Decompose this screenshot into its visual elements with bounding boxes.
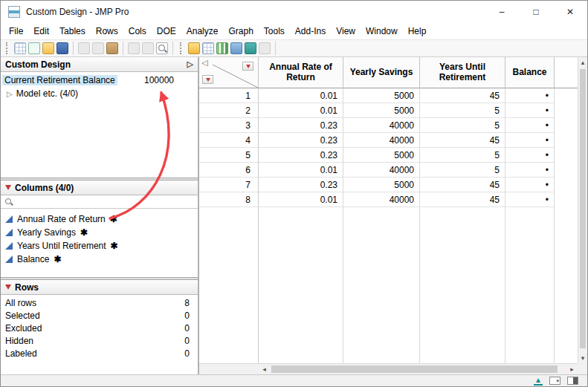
table-cell[interactable]: • bbox=[505, 103, 555, 118]
toolbar-grip[interactable] bbox=[180, 42, 184, 54]
horizontal-scrollbar[interactable]: ◂ ▸ bbox=[199, 363, 578, 374]
design-panel-header[interactable]: Custom Design ▷ bbox=[1, 57, 198, 72]
sort-ascending-icon[interactable] bbox=[216, 42, 228, 54]
columns-menu-icon[interactable] bbox=[242, 62, 253, 71]
menu-doe[interactable]: DOE bbox=[152, 25, 181, 38]
table-cell[interactable]: • bbox=[505, 118, 555, 133]
toolbar-grip[interactable] bbox=[6, 42, 10, 54]
columns-panel-header[interactable]: Columns (4/0) bbox=[1, 181, 198, 195]
table-cell[interactable]: 40000 bbox=[343, 133, 420, 148]
table-cell[interactable]: 45 bbox=[420, 133, 505, 148]
menu-addins[interactable]: Add-Ins bbox=[290, 25, 331, 38]
scroll-up-icon[interactable]: ▴ bbox=[578, 57, 587, 68]
menu-cols[interactable]: Cols bbox=[123, 25, 152, 38]
table-cell[interactable]: 5 bbox=[420, 103, 505, 118]
table-row[interactable]: 8 0.01 40000 45 • bbox=[199, 192, 578, 207]
new-journal-icon[interactable] bbox=[28, 42, 40, 54]
column-list-item[interactable]: Balance ✱ bbox=[1, 253, 198, 266]
menu-graph[interactable]: Graph bbox=[223, 25, 258, 38]
row-number-cell[interactable]: 4 bbox=[199, 133, 259, 148]
table-row[interactable]: 6 0.01 40000 5 • bbox=[199, 163, 578, 178]
variable-value[interactable]: 100000 bbox=[144, 75, 196, 85]
scroll-to-top-icon[interactable]: ▲ bbox=[534, 377, 543, 386]
new-columns-icon[interactable] bbox=[202, 42, 214, 54]
menu-view[interactable]: View bbox=[331, 25, 361, 38]
menu-analyze[interactable]: Analyze bbox=[181, 25, 224, 38]
table-cell[interactable]: 0.01 bbox=[259, 192, 343, 207]
minimize-button[interactable]: – bbox=[485, 1, 519, 23]
vertical-scroll-thumb[interactable] bbox=[580, 69, 586, 348]
display-box-icon[interactable] bbox=[567, 377, 578, 385]
rows-menu-icon[interactable] bbox=[202, 75, 213, 84]
menu-tools[interactable]: Tools bbox=[259, 25, 290, 38]
run-script-icon[interactable] bbox=[245, 42, 256, 54]
row-number-cell[interactable]: 3 bbox=[199, 118, 259, 133]
table-row[interactable]: 7 0.23 5000 45 • bbox=[199, 178, 578, 192]
row-number-cell[interactable]: 6 bbox=[199, 163, 259, 178]
menu-edit[interactable]: Edit bbox=[28, 25, 54, 38]
stat-row-hidden[interactable]: Hidden 0 bbox=[1, 334, 198, 347]
data-table-icon[interactable] bbox=[188, 42, 200, 54]
rows-panel-header[interactable]: Rows bbox=[1, 280, 198, 295]
open-icon[interactable] bbox=[42, 42, 54, 54]
model-script-row[interactable]: ▷ Model etc. (4/0) bbox=[1, 87, 198, 100]
table-cell[interactable]: 5 bbox=[420, 148, 505, 163]
table-cell[interactable]: 45 bbox=[420, 192, 505, 207]
stat-row-labeled[interactable]: Labeled 0 bbox=[1, 347, 198, 360]
table-cell[interactable]: 40000 bbox=[343, 192, 420, 207]
menu-tables[interactable]: Tables bbox=[54, 25, 91, 38]
table-cell[interactable]: 45 bbox=[420, 178, 505, 192]
table-row[interactable]: 3 0.23 40000 5 • bbox=[199, 118, 578, 133]
close-button[interactable]: ✕ bbox=[553, 1, 587, 23]
table-row[interactable]: 1 0.01 5000 45 • bbox=[199, 88, 578, 103]
table-cell[interactable]: 45 bbox=[420, 88, 505, 103]
row-number-cell[interactable]: 1 bbox=[199, 88, 259, 103]
row-number-cell[interactable]: 7 bbox=[199, 178, 259, 192]
table-cell[interactable]: 0.01 bbox=[259, 163, 343, 178]
table-cell[interactable]: 5000 bbox=[343, 178, 420, 192]
row-number-cell[interactable]: 8 bbox=[199, 192, 259, 207]
columns-search-input[interactable] bbox=[16, 197, 194, 207]
table-cell[interactable]: • bbox=[505, 133, 555, 148]
table-row[interactable]: 5 0.23 5000 5 • bbox=[199, 148, 578, 163]
maximize-button[interactable]: □ bbox=[519, 1, 553, 23]
table-cell[interactable]: 40000 bbox=[343, 163, 420, 178]
table-cell[interactable]: • bbox=[505, 178, 555, 192]
table-cell[interactable]: 0.01 bbox=[259, 88, 343, 103]
menu-rows[interactable]: Rows bbox=[91, 25, 123, 38]
table-cell[interactable]: • bbox=[505, 88, 555, 103]
vertical-scrollbar[interactable]: ▴ ▾ bbox=[578, 57, 587, 363]
table-cell[interactable]: 5 bbox=[420, 163, 505, 178]
table-cell[interactable]: 0.23 bbox=[259, 178, 343, 192]
row-number-cell[interactable]: 5 bbox=[199, 148, 259, 163]
panel-layout-icon[interactable]: ▾ bbox=[549, 377, 560, 385]
edit-pencil-icon[interactable] bbox=[259, 42, 271, 54]
scroll-down-icon[interactable]: ▾ bbox=[578, 353, 587, 363]
copy-icon[interactable] bbox=[92, 42, 104, 54]
new-data-table-icon[interactable] bbox=[14, 42, 26, 54]
stat-row-excluded[interactable]: Excluded 0 bbox=[1, 322, 198, 334]
horizontal-scroll-thumb[interactable] bbox=[271, 365, 558, 373]
table-cell[interactable]: 0.01 bbox=[259, 103, 343, 118]
table-cell[interactable]: 0.23 bbox=[259, 118, 343, 133]
selected-variable-label[interactable]: Current Retirement Balance bbox=[2, 75, 117, 85]
column-list-item[interactable]: Years Until Retirement ✱ bbox=[1, 239, 198, 253]
column-header[interactable]: Balance bbox=[505, 57, 555, 88]
table-cell[interactable]: 40000 bbox=[343, 118, 420, 133]
paste-icon[interactable] bbox=[106, 42, 118, 54]
table-cell[interactable]: • bbox=[505, 163, 555, 178]
menu-window[interactable]: Window bbox=[361, 25, 403, 38]
row-number-cell[interactable]: 2 bbox=[199, 103, 259, 118]
stat-row-selected[interactable]: Selected 0 bbox=[1, 309, 198, 322]
column-list-item[interactable]: Annual Rate of Return ✱ bbox=[1, 212, 198, 226]
menu-help[interactable]: Help bbox=[403, 25, 432, 38]
table-cell[interactable]: 0.23 bbox=[259, 148, 343, 163]
table-row[interactable]: 4 0.23 40000 45 • bbox=[199, 133, 578, 148]
column-header[interactable]: Annual Rate of Return bbox=[259, 57, 343, 88]
column-header[interactable]: Yearly Savings bbox=[343, 57, 420, 88]
scroll-left-icon[interactable]: ◂ bbox=[259, 364, 270, 374]
filter-icon[interactable] bbox=[230, 42, 242, 54]
table-cell[interactable]: 0.23 bbox=[259, 133, 343, 148]
save-icon[interactable] bbox=[56, 42, 68, 54]
zoom-icon[interactable] bbox=[156, 42, 168, 54]
